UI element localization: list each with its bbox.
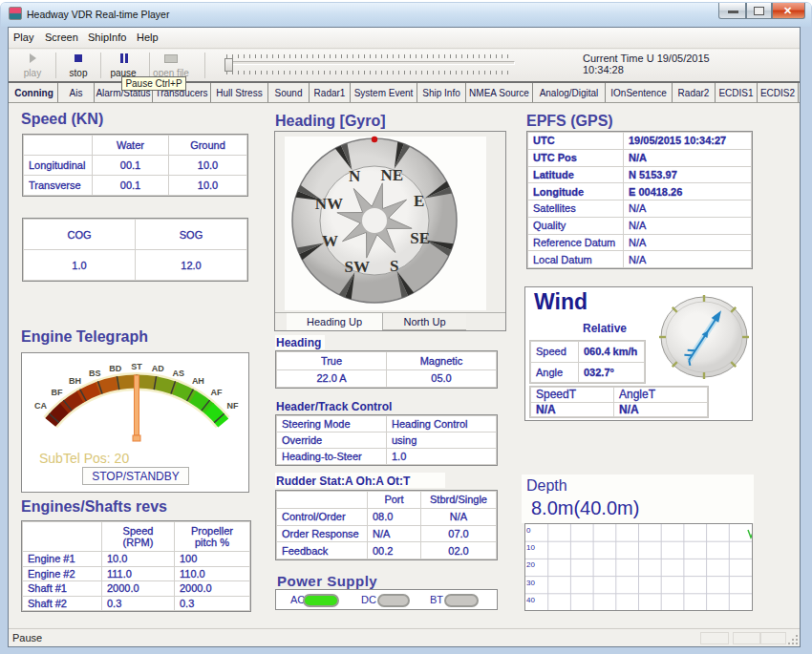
svg-text:CA: CA bbox=[34, 401, 47, 411]
svg-text:AS: AS bbox=[173, 369, 185, 378]
svg-text:0: 0 bbox=[526, 526, 531, 535]
svg-text:40: 40 bbox=[526, 596, 535, 604]
svg-text:AF: AF bbox=[210, 388, 222, 397]
svg-text:W: W bbox=[322, 232, 338, 250]
svg-text:NW: NW bbox=[315, 195, 343, 213]
svg-text:20: 20 bbox=[526, 560, 535, 569]
svg-text:10: 10 bbox=[526, 543, 535, 552]
svg-text:S: S bbox=[390, 257, 398, 275]
svg-text:BD: BD bbox=[109, 364, 121, 373]
svg-text:BS: BS bbox=[89, 369, 101, 378]
svg-text:SW: SW bbox=[344, 258, 369, 276]
svg-text:E: E bbox=[414, 192, 424, 210]
svg-text:30: 30 bbox=[526, 579, 535, 587]
svg-text:N: N bbox=[349, 167, 361, 185]
svg-text:SE: SE bbox=[410, 229, 430, 247]
svg-text:BF: BF bbox=[52, 388, 63, 397]
svg-text:ST: ST bbox=[131, 362, 142, 371]
svg-text:NE: NE bbox=[380, 166, 403, 184]
svg-text:BH: BH bbox=[69, 376, 81, 386]
svg-text:AH: AH bbox=[192, 376, 204, 386]
svg-text:NF: NF bbox=[226, 401, 238, 411]
svg-text:AD: AD bbox=[152, 364, 164, 373]
